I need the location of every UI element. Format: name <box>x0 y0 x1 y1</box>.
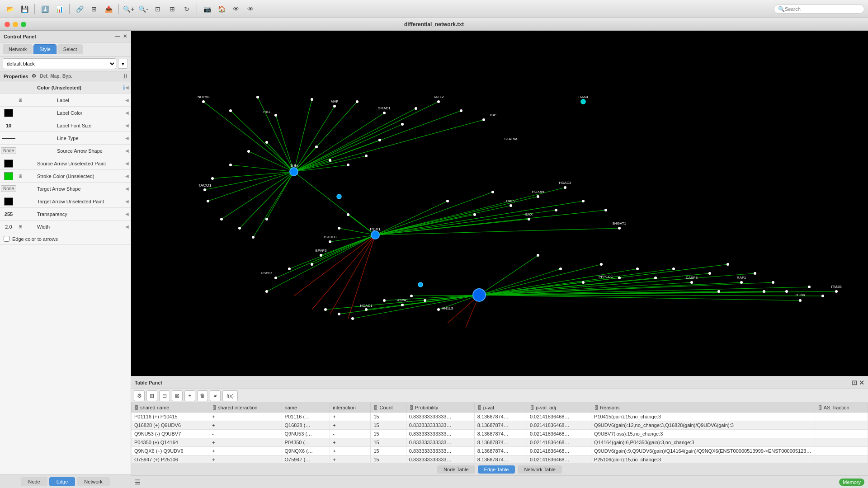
line-type-arrow[interactable]: ◀ <box>125 136 129 141</box>
stroke-color-swatch[interactable] <box>4 172 13 180</box>
search-input[interactable] <box>785 6 860 12</box>
tab-edge-table[interactable]: Edge Table <box>478 465 515 474</box>
svg-point-137 <box>636 267 639 270</box>
tgt-arrow-arrow[interactable]: ◀ <box>125 186 129 191</box>
prop-tgt-arrow-paint-row: Target Arrow Unselected Paint ◀ <box>0 195 131 208</box>
screenshot-btn[interactable]: 📷 <box>201 3 213 15</box>
table-delete-btn[interactable]: 🗑 <box>197 390 208 401</box>
save-btn[interactable]: 💾 <box>18 3 31 15</box>
col-reasons[interactable]: 🗄 Reasons <box>591 403 815 413</box>
cell-shared-interaction: + <box>209 413 282 421</box>
svg-point-94 <box>415 107 417 110</box>
sep2 <box>69 4 70 14</box>
tab-network-table[interactable]: Network Table <box>518 465 562 474</box>
table-merge-btn[interactable]: ⊟ <box>159 390 170 401</box>
zoom-sel-btn[interactable]: ⊞ <box>166 3 179 15</box>
col-interaction[interactable]: interaction <box>330 403 371 413</box>
export-btn[interactable]: 📤 <box>102 3 115 15</box>
svg-point-163 <box>371 231 379 239</box>
table-split-btn[interactable]: ⊠ <box>172 390 183 401</box>
svg-point-164 <box>473 289 486 301</box>
col-pval-adj[interactable]: 🗄 p-val_adj <box>527 403 591 413</box>
svg-point-193 <box>337 194 341 199</box>
tgt-arrow-paint-swatch[interactable] <box>4 197 13 206</box>
svg-point-129 <box>288 267 291 270</box>
src-arrow-paint-arrow[interactable]: ◀ <box>125 161 129 166</box>
tab-style[interactable]: Style <box>33 44 56 54</box>
tab-node-table[interactable]: Node Table <box>437 465 475 474</box>
svg-point-91 <box>356 100 359 103</box>
prop-map-stroke[interactable]: ⊞ <box>15 174 25 178</box>
import-btn[interactable]: ⬇️ <box>38 3 51 15</box>
cell-shared-name: P04350 (+) Q14164 <box>132 438 209 447</box>
svg-text:MAF: MAF <box>331 99 339 103</box>
transparency-arrow[interactable]: ◀ <box>125 211 129 216</box>
tab-edge[interactable]: Edge <box>49 477 75 486</box>
table-link-btn[interactable]: ⚭ <box>210 390 221 401</box>
src-arrow-paint-swatch[interactable] <box>4 160 13 168</box>
close-btn[interactable] <box>5 22 10 27</box>
col-count[interactable]: 🗄 Count <box>371 403 406 413</box>
eye-btn[interactable]: 👁 <box>244 3 257 15</box>
open-file-btn[interactable]: 📂 <box>4 3 16 15</box>
zoom-in-btn[interactable]: 🔍+ <box>123 3 135 15</box>
font-size-arrow[interactable]: ◀ <box>125 123 129 128</box>
network-canvas[interactable]: JUN RBX1 TACO1 NHP50 TAF12 TBP MAF RB1 S… <box>131 31 868 376</box>
svg-point-110 <box>252 236 255 239</box>
prop-map-label[interactable]: ⊞ <box>15 98 25 103</box>
tab-node[interactable]: Node <box>21 477 47 486</box>
tab-network-bottom[interactable]: Network <box>77 477 109 486</box>
minimize-btn[interactable] <box>13 22 18 27</box>
cell-shared-interaction: + <box>209 455 282 463</box>
label-color-swatch[interactable] <box>4 109 13 117</box>
col-shared-interaction[interactable]: 🗄 shared interaction <box>209 403 282 413</box>
refresh-btn[interactable]: ↻ <box>180 3 193 15</box>
label-color-arrow[interactable]: ◀ <box>125 110 129 115</box>
col-name[interactable]: name <box>282 403 330 413</box>
src-arrow-arrow[interactable]: ◀ <box>125 148 129 153</box>
prop-label-row: ⊞ Label ◀ <box>0 94 131 107</box>
table-btn[interactable]: 📊 <box>53 3 66 15</box>
sep4 <box>197 4 197 14</box>
home-btn[interactable]: 🏠 <box>215 3 228 15</box>
tgt-arrow-paint-arrow[interactable]: ◀ <box>125 199 129 204</box>
share-btn[interactable]: 🔗 <box>73 3 86 15</box>
edge-color-arrows-checkbox[interactable] <box>4 236 9 242</box>
panel-close-icon[interactable]: ✕ <box>123 33 127 39</box>
list-icon[interactable]: ☰ <box>135 479 141 486</box>
style-dropdown[interactable]: default black <box>3 58 116 69</box>
col-pval[interactable]: 🗄 p-val <box>474 403 527 413</box>
svg-text:HSPA1: HSPA1 <box>396 298 408 302</box>
label-arrow[interactable]: ◀ <box>125 98 129 103</box>
settings-icon[interactable]: ⚙ <box>32 73 36 79</box>
status-bar: ☰ Memory <box>131 475 868 488</box>
col-as-fraction[interactable]: 🗄 AS_fraction <box>815 403 868 413</box>
width-arrow[interactable]: ◀ <box>125 224 129 229</box>
zoom-out-btn[interactable]: 🔍- <box>137 3 150 15</box>
color-expand-icon[interactable]: ◀ <box>125 85 129 90</box>
hide-btn[interactable]: 👁 <box>230 3 242 15</box>
table-expand-btn[interactable]: ⊡ <box>852 379 857 386</box>
network-svg: JUN RBX1 TACO1 NHP50 TAF12 TBP MAF RB1 S… <box>131 31 868 376</box>
prop-src-arrow-row: None Source Arrow Shape ◀ <box>0 145 131 157</box>
tab-network[interactable]: Network <box>3 44 33 54</box>
prop-map-width[interactable]: ⊞ <box>15 224 25 229</box>
grid-btn[interactable]: ⊞ <box>88 3 100 15</box>
collapse-icon[interactable]: ⟩⟩ <box>123 73 127 79</box>
table-columns-btn[interactable]: ⊞ <box>146 390 157 401</box>
stroke-color-arrow[interactable]: ◀ <box>125 174 129 178</box>
maximize-btn[interactable] <box>21 22 26 27</box>
panel-minimize-icon[interactable]: — <box>115 33 120 39</box>
table-add-btn[interactable]: + <box>184 390 195 401</box>
col-probability[interactable]: 🗄 Probability <box>406 403 474 413</box>
style-options-btn[interactable]: ▼ <box>118 59 128 69</box>
table-bottom-tabs: Node Table Edge Table Network Table <box>131 463 868 475</box>
col-shared-name[interactable]: 🗄 shared name <box>132 403 209 413</box>
svg-point-100 <box>347 164 349 166</box>
zoom-fit-btn[interactable]: ⊡ <box>151 3 164 15</box>
table-settings-btn[interactable]: ⚙ <box>134 390 145 401</box>
tab-select[interactable]: Select <box>57 44 83 54</box>
cell-as-fraction <box>815 438 868 447</box>
table-close-btn[interactable]: ✕ <box>859 379 864 386</box>
table-formula-btn[interactable]: f(x) <box>222 390 238 401</box>
